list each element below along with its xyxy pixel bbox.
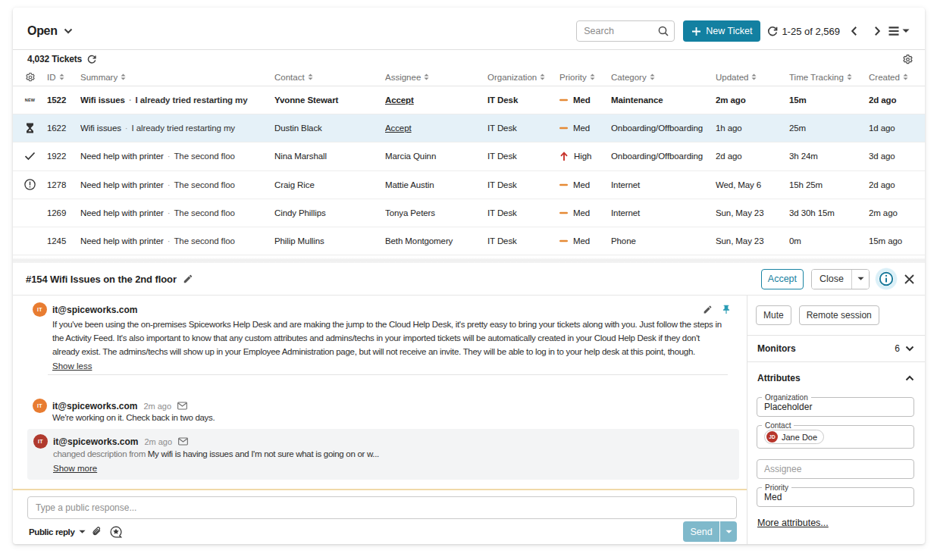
sort-icon[interactable]: [59, 74, 64, 80]
send-options-caret[interactable]: [719, 521, 737, 542]
new-ticket-button[interactable]: New Ticket: [683, 20, 760, 42]
accept-button[interactable]: Accept: [761, 269, 804, 289]
search-box: [576, 20, 675, 42]
ticket-table-body: NEW1522Wifi issues·I already tried resta…: [13, 86, 925, 255]
remote-session-button[interactable]: Remote session: [799, 305, 879, 325]
ticket-info-icon[interactable]: [875, 267, 898, 290]
ticket-filter-dropdown[interactable]: Open: [27, 24, 73, 38]
feed-toggle-link[interactable]: Show more: [53, 464, 97, 473]
send-button[interactable]: Send: [683, 521, 719, 542]
sort-icon[interactable]: [424, 74, 429, 80]
priority-med-icon: [559, 239, 568, 242]
ticket-row-1269[interactable]: 1269Need help with printer·The second fl…: [13, 199, 925, 227]
refresh-list-icon[interactable]: [86, 54, 97, 64]
chevron-down-icon: [905, 346, 914, 352]
column-header-time_tracking[interactable]: Time Tracking: [789, 73, 869, 82]
sort-icon[interactable]: [540, 74, 545, 80]
column-label: Created: [869, 73, 900, 82]
sort-icon[interactable]: [751, 74, 757, 80]
close-more-caret[interactable]: [851, 270, 869, 289]
sort-icon[interactable]: [308, 74, 313, 80]
attribute-field-contact[interactable]: ContactJDJane Doe: [757, 425, 914, 449]
ticket-row-1922[interactable]: 1922Need help with printer·The second fl…: [13, 142, 925, 171]
feed-item: ITit@spiceworks.com2m agochanged descrip…: [27, 429, 739, 480]
ticket-priority-cell: Med: [559, 95, 611, 105]
sort-icon[interactable]: [590, 74, 595, 80]
contact-chip[interactable]: JDJane Doe: [764, 430, 824, 444]
reply-mode-dropdown[interactable]: Public reply: [29, 527, 86, 537]
attribute-field-priority[interactable]: PriorityMed: [757, 487, 914, 507]
column-header-organization[interactable]: Organization: [487, 73, 559, 82]
chevron-up-icon: [905, 375, 914, 381]
canned-response-icon[interactable]: [110, 526, 122, 538]
column-header-id[interactable]: ID: [47, 73, 80, 82]
count-row: 4,032 Tickets: [13, 50, 925, 68]
monitors-section-toggle[interactable]: Monitors 6: [747, 336, 925, 361]
field-label: Contact: [762, 421, 794, 430]
activity-feed-pane: ITit@spiceworks.comIf you've been using …: [13, 296, 747, 544]
chip-name: Jane Doe: [782, 433, 817, 442]
ticket-created-cell: 2m ago: [869, 208, 925, 217]
list-view-menu[interactable]: [888, 26, 910, 36]
ticket-filter-label: Open: [27, 24, 58, 38]
sort-icon[interactable]: [121, 74, 126, 80]
ticket-row-1245[interactable]: 1245Need help with printer·The second fl…: [13, 227, 925, 255]
close-detail-x-icon[interactable]: [904, 274, 915, 285]
search-icon: [657, 25, 669, 37]
ticket-contact-cell: Philip Mullins: [274, 236, 385, 246]
monitors-label: Monitors: [757, 343, 796, 354]
sort-icon[interactable]: [903, 74, 908, 80]
ticket-row-1278[interactable]: 1278Need help with printer·The second fl…: [13, 171, 925, 199]
toolbar: Open New Ticket 1-25 of 2,569: [13, 8, 925, 50]
ticket-organization-cell: IT Desk: [487, 208, 559, 217]
ticket-organization-cell: IT Desk: [487, 95, 559, 105]
next-page-icon[interactable]: [869, 23, 885, 39]
ticket-id-cell: 1622: [47, 124, 80, 133]
column-header-assignee[interactable]: Assignee: [385, 73, 487, 82]
ticket-category-cell: Internet: [611, 208, 716, 217]
pane-splitter[interactable]: [13, 258, 925, 263]
table-settings-gear-icon[interactable]: [902, 54, 913, 65]
prev-page-icon[interactable]: [846, 23, 863, 39]
column-header-contact[interactable]: Contact: [274, 73, 385, 82]
refresh-icon[interactable]: [766, 25, 779, 37]
accept-ticket-link[interactable]: Accept: [385, 124, 412, 133]
ticket-summary-cell: Wifi issues·I already tried restarting m…: [80, 95, 274, 105]
feed-toggle-link[interactable]: Show less: [52, 361, 92, 371]
column-header-updated[interactable]: Updated: [716, 73, 789, 82]
table-header: IDSummaryContactAssigneeOrganizationPrio…: [13, 68, 925, 86]
attribute-field-assignee[interactable]: Assignee: [757, 459, 914, 479]
accept-ticket-link[interactable]: Accept: [385, 95, 414, 105]
column-header-summary[interactable]: Summary: [80, 73, 274, 82]
sort-icon[interactable]: [650, 74, 655, 80]
mute-button[interactable]: Mute: [756, 305, 791, 325]
attachment-paperclip-icon[interactable]: [92, 526, 102, 537]
columns-gear-icon[interactable]: [13, 72, 47, 83]
ticket-id-cell: 1922: [47, 152, 80, 161]
new-ticket-icon: NEW: [25, 98, 35, 102]
column-header-created[interactable]: Created: [869, 73, 925, 82]
ticket-title: #154 Wifi Issues on the 2nd floor: [26, 274, 177, 285]
priority-med-icon: [559, 211, 568, 214]
ticket-row-1622[interactable]: 1622Wifi issues·I already tried restarti…: [13, 114, 925, 142]
pin-icon[interactable]: [721, 304, 732, 315]
reply-input[interactable]: [27, 496, 737, 519]
ticket-row-1522[interactable]: NEW1522Wifi issues·I already tried resta…: [13, 86, 925, 114]
ticket-timetracking-cell: 3d 30h 15m: [789, 208, 869, 217]
close-button[interactable]: Close: [812, 270, 851, 289]
edit-pencil-icon[interactable]: [703, 305, 713, 314]
edit-title-pencil-icon[interactable]: [183, 274, 193, 284]
ticket-timetracking-cell: 15h 25m: [789, 180, 869, 189]
attributes-section-toggle[interactable]: Attributes: [747, 362, 925, 394]
ticket-organization-cell: IT Desk: [487, 236, 559, 246]
column-label: Updated: [716, 73, 748, 82]
more-attributes-link[interactable]: More attributes...: [757, 518, 829, 528]
attribute-field-organization[interactable]: OrganizationPlaceholder: [757, 397, 914, 417]
ticket-summary-cell: Need help with printer·The second floo: [80, 152, 274, 161]
column-header-priority[interactable]: Priority: [559, 73, 611, 82]
ticket-contact-cell: Yvonne Stewart: [274, 95, 385, 105]
feed-author: it@spiceworks.com: [53, 436, 138, 447]
sort-icon[interactable]: [847, 74, 852, 80]
column-header-category[interactable]: Category: [611, 73, 716, 82]
ticket-id-cell: 1278: [47, 180, 80, 189]
